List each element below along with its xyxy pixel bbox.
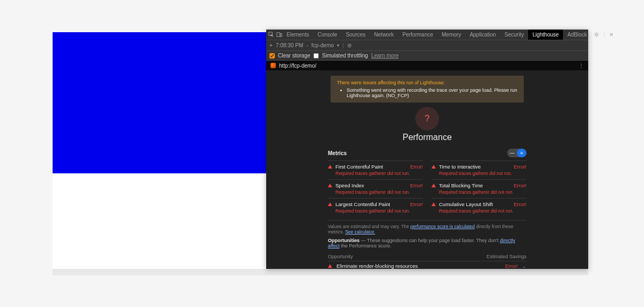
metric-item: First Contentful PaintError!Required tra… [328,160,423,177]
metric-item: Total Blocking TimeError!Required traces… [431,179,526,196]
inspect-icon[interactable] [268,31,274,39]
error-triangle-icon [431,184,436,187]
opportunity-name: Eliminate render-blocking resources [336,263,501,269]
opportunities-intro: Opportunities — These suggestions can he… [328,238,526,248]
device-toggle-icon[interactable] [276,31,282,39]
score-calc-link[interactable]: performance score is calculated [411,224,475,229]
sim-throttle-label: Simulated throttling [322,53,368,59]
more-icon[interactable]: ⋮ [602,31,607,39]
run-dropdown-icon[interactable]: ▾ [337,43,339,48]
error-triangle-icon [431,165,436,169]
lighthouse-options-row: Clear storage Simulated throttling Learn… [266,51,588,61]
see-calculator-link[interactable]: See calculator. [345,229,375,235]
run-time: 7:08:30 PM [276,42,303,48]
tab-elements[interactable]: Elements [282,30,313,40]
warning-item: Something went wrong with recording the … [347,87,517,98]
tab-lighthouse[interactable]: Lighthouse [528,30,563,40]
metrics-view-toggle[interactable]: — ≡ [507,149,526,157]
tab-performance[interactable]: Performance [398,30,437,40]
run-name: fcp-demo [311,42,334,48]
svg-rect-2 [280,34,282,36]
warning-box: There were issues affecting this run of … [331,76,524,103]
lighthouse-icon [270,63,276,68]
metric-value: Error! [410,182,423,188]
toggle-compact[interactable]: — [507,149,517,157]
tab-console[interactable]: Console [313,30,342,40]
metric-error-text: Required traces gatherer did not run. [335,171,423,176]
opp-col-name: Opportunity [328,254,353,259]
metrics-disclaimer: Values are estimated and may vary. The p… [328,220,526,235]
clear-storage-checkbox[interactable] [269,53,275,59]
clear-storage-label: Clear storage [278,53,310,59]
tab-adblock[interactable]: AdBlock [563,30,591,40]
metric-error-text: Required traces gatherer did not run. [335,208,423,214]
warning-title: There were issues affecting this run of … [337,80,517,85]
opportunity-row[interactable]: Eliminate render-blocking resourcesError… [328,261,526,269]
opp-col-savings: Estimated Savings [486,254,526,259]
error-triangle-icon [328,264,332,268]
devtools-panel: ElementsConsoleSourcesNetworkPerformance… [266,30,588,269]
page-shadow [53,269,588,275]
sim-throttle-checkbox[interactable] [313,53,319,59]
devtools-tabbar: ElementsConsoleSourcesNetworkPerformance… [266,30,588,40]
metric-value: Error! [410,201,423,207]
metric-value: Error! [410,164,423,170]
opportunity-value: Error! [505,263,518,269]
close-icon[interactable]: ✕ [609,31,613,39]
opportunities-header: Opportunity Estimated Savings [328,254,526,261]
metrics-heading: Metrics [328,150,347,156]
svg-point-3 [595,34,597,36]
error-triangle-icon [328,184,332,187]
metric-item: Speed IndexError!Required traces gathere… [328,179,423,196]
error-triangle-icon [328,165,332,169]
performance-gauge: ? [415,107,439,130]
lighthouse-run-row: + 7:08:30 PM - fcp-demo ▾ | ⊘ [266,40,588,51]
metric-error-text: Required traces gathere did not run. [439,171,526,176]
lighthouse-report: There were issues affecting this run of … [266,70,588,269]
metric-error-text: Required traces gatherer did not run. [439,189,526,195]
settings-icon[interactable] [594,31,599,39]
tab-security[interactable]: Security [500,30,528,40]
svg-rect-1 [277,33,280,36]
tab-sources[interactable]: Sources [341,30,370,40]
new-run-button[interactable]: + [269,42,273,48]
tab-memory[interactable]: Memory [437,30,465,40]
chevron-down-icon: ⌄ [522,264,526,269]
learn-more-link[interactable]: Learn more [371,53,399,59]
metric-item: Time to InteractiveError!Required traces… [431,160,526,177]
error-triangle-icon [431,202,436,206]
metric-item: Largest Contentful PaintError!Required t… [328,198,423,215]
report-menu-icon[interactable]: ⋮ [579,63,584,69]
metric-item: Cumulative Layout ShiftError!Required tr… [431,198,526,215]
tab-network[interactable]: Network [370,30,398,40]
gauge-symbol: ? [425,114,430,123]
metric-value: Error! [514,201,526,207]
clear-run-icon[interactable]: ⊘ [347,42,352,48]
lighthouse-urlbar: http://fcp-demo/ ⋮ [266,61,588,70]
metric-value: Error! [514,182,526,188]
page-blue-region [53,32,266,173]
tab-application[interactable]: Application [465,30,500,40]
toggle-expanded[interactable]: ≡ [517,149,526,157]
metric-error-text: Required traces gatherer did not run. [335,189,423,195]
performance-title: Performance [266,133,588,142]
report-url: http://fcp-demo/ [279,63,316,69]
error-triangle-icon [328,202,332,206]
metric-error-text: Required traces gatherer did not run. [439,208,526,214]
metric-value: Error! [514,164,526,170]
